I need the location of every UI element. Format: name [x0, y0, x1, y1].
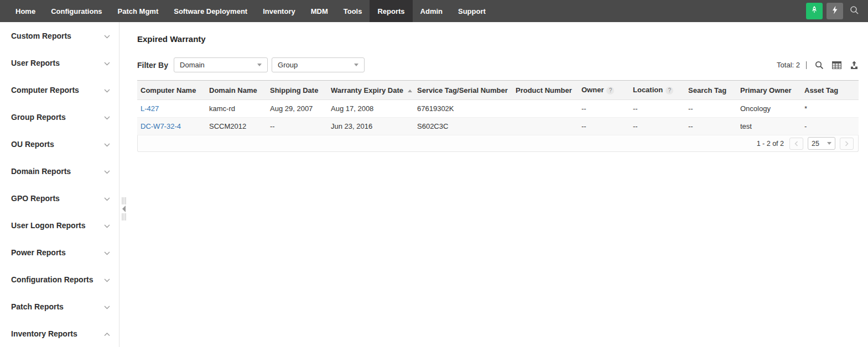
cell-computer-name: L-427 — [137, 100, 206, 118]
column-header-domain-name[interactable]: Domain Name — [206, 81, 267, 100]
column-header-service-tag[interactable]: Service Tag/Serial Number — [414, 81, 512, 100]
cell-asset-tag: - — [801, 118, 859, 135]
computer-link[interactable]: L-427 — [141, 104, 159, 113]
sidebar-collapse-handle[interactable] — [121, 197, 128, 220]
page-range-label: 1 - 2 of 2 — [757, 140, 784, 148]
table-header-row: Computer Name Domain Name Shipping Date … — [137, 81, 859, 100]
cell-domain-name: SCCM2012 — [206, 118, 267, 135]
chevron-down-icon — [104, 86, 110, 94]
nav-item-support[interactable]: Support — [450, 0, 493, 22]
sidebar-item-user-logon-reports[interactable]: User Logon Reports — [0, 212, 119, 239]
column-header-warranty-expiry-date[interactable]: Warranty Expiry Date — [328, 81, 414, 100]
nav-item-reports[interactable]: Reports — [370, 0, 412, 22]
pagination-bar: 1 - 2 of 2 25 — [137, 135, 859, 152]
column-header-search-tag[interactable]: Search Tag — [685, 81, 737, 100]
sidebar-item-inventory-reports[interactable]: Inventory Reports — [0, 320, 119, 347]
nav-item-tools[interactable]: Tools — [336, 0, 370, 22]
group-filter-select[interactable]: Group — [272, 57, 365, 72]
column-header-location[interactable]: Location? — [630, 81, 685, 100]
column-header-shipping-date[interactable]: Shipping Date — [267, 81, 328, 100]
sidebar-item-configuration-reports[interactable]: Configuration Reports — [0, 266, 119, 293]
cell-owner: -- — [578, 118, 630, 135]
domain-filter-select[interactable]: Domain — [174, 57, 268, 72]
sidebar-item-label: Domain Reports — [11, 167, 71, 176]
cell-asset-tag: * — [801, 100, 859, 118]
chevron-down-icon — [104, 167, 110, 176]
sidebar-item-domain-reports[interactable]: Domain Reports — [0, 157, 119, 185]
cell-shipping-date: -- — [267, 118, 328, 135]
chevron-down-icon — [827, 142, 831, 145]
content-shell: Custom Reports User Reports Computer Rep… — [0, 22, 868, 347]
nav-item-home[interactable]: Home — [8, 0, 43, 22]
cell-location: -- — [630, 100, 685, 118]
sidebar-item-label: Configuration Reports — [11, 275, 93, 284]
getting-started-button[interactable] — [806, 3, 823, 19]
toolbar-divider — [806, 61, 807, 69]
sidebar-item-patch-reports[interactable]: Patch Reports — [0, 293, 119, 320]
quick-actions-button[interactable] — [827, 3, 843, 19]
table-search-button[interactable] — [815, 61, 824, 70]
cell-primary-owner: Oncology — [737, 100, 801, 118]
report-table: Computer Name Domain Name Shipping Date … — [137, 80, 859, 152]
cell-warranty-expiry-date: Jun 23, 2016 — [328, 118, 414, 135]
sidebar-item-ou-reports[interactable]: OU Reports — [0, 130, 119, 157]
sidebar-item-user-reports[interactable]: User Reports — [0, 49, 119, 76]
cell-service-tag: S602C3C — [414, 118, 512, 135]
table-row: DC-W7-32-4 SCCM2012 -- Jun 23, 2016 S602… — [137, 118, 859, 135]
nav-item-configurations[interactable]: Configurations — [43, 0, 110, 22]
column-header-primary-owner[interactable]: Primary Owner — [737, 81, 801, 100]
chevron-down-icon — [104, 194, 110, 203]
nav-item-admin[interactable]: Admin — [413, 0, 450, 22]
cell-primary-owner: test — [737, 118, 801, 135]
sidebar-item-custom-reports[interactable]: Custom Reports — [0, 22, 119, 49]
cell-owner: -- — [578, 100, 630, 118]
nav-item-software-deployment[interactable]: Software Deployment — [166, 0, 255, 22]
sidebar-item-group-reports[interactable]: Group Reports — [0, 103, 119, 130]
global-search-button[interactable] — [847, 4, 861, 18]
nav-item-inventory[interactable]: Inventory — [255, 0, 303, 22]
domain-filter-value: Domain — [180, 61, 205, 69]
column-header-owner[interactable]: Owner? — [578, 81, 630, 100]
chevron-down-icon — [104, 248, 110, 257]
chevron-down-icon — [104, 31, 110, 40]
sidebar-item-gpo-reports[interactable]: GPO Reports — [0, 185, 119, 212]
filter-by-label: Filter By — [137, 61, 168, 70]
chevron-down-icon — [354, 64, 358, 66]
chevron-down-icon — [104, 275, 110, 284]
previous-page-button[interactable] — [789, 138, 803, 150]
cell-product-number — [512, 118, 578, 135]
rocket-icon — [810, 6, 819, 17]
sidebar-item-computer-reports[interactable]: Computer Reports — [0, 76, 119, 103]
column-header-computer-name[interactable]: Computer Name — [137, 81, 206, 100]
column-chooser-button[interactable] — [832, 61, 841, 69]
cell-domain-name: kamc-rd — [206, 100, 267, 118]
export-icon[interactable] — [850, 61, 859, 70]
sidebar-item-power-reports[interactable]: Power Reports — [0, 239, 119, 266]
cell-search-tag: -- — [685, 100, 737, 118]
cell-warranty-expiry-date: Aug 17, 2008 — [328, 100, 414, 118]
chevron-down-icon — [104, 302, 110, 311]
chevron-down-icon — [104, 59, 110, 67]
sort-ascending-icon — [408, 90, 412, 92]
search-icon — [850, 6, 859, 17]
sidebar-item-label: Inventory Reports — [11, 329, 77, 338]
nav-item-mdm[interactable]: MDM — [303, 0, 336, 22]
owner-help-icon[interactable]: ? — [606, 87, 614, 94]
page-size-select[interactable]: 25 — [808, 137, 835, 150]
filter-row: Filter By Domain Group Total: 2 — [137, 57, 859, 72]
sidebar-item-label: User Reports — [11, 59, 60, 67]
total-count-label: Total: 2 — [777, 61, 800, 69]
sidebar-item-label: GPO Reports — [11, 194, 60, 203]
computer-link[interactable]: DC-W7-32-4 — [141, 122, 181, 130]
next-page-button[interactable] — [840, 138, 854, 150]
cell-product-number — [512, 100, 578, 118]
nav-right-actions — [806, 0, 868, 22]
nav-item-patch-mgmt[interactable]: Patch Mgmt — [110, 0, 167, 22]
sidebar-item-label: User Logon Reports — [11, 221, 86, 230]
chevron-down-icon — [257, 64, 262, 66]
column-header-product-number[interactable]: Product Number — [512, 81, 578, 100]
page-title: Expired Warranty — [137, 34, 859, 44]
table-toolbar: Total: 2 — [777, 61, 859, 70]
location-help-icon[interactable]: ? — [666, 87, 673, 94]
column-header-asset-tag[interactable]: Asset Tag — [801, 81, 859, 100]
